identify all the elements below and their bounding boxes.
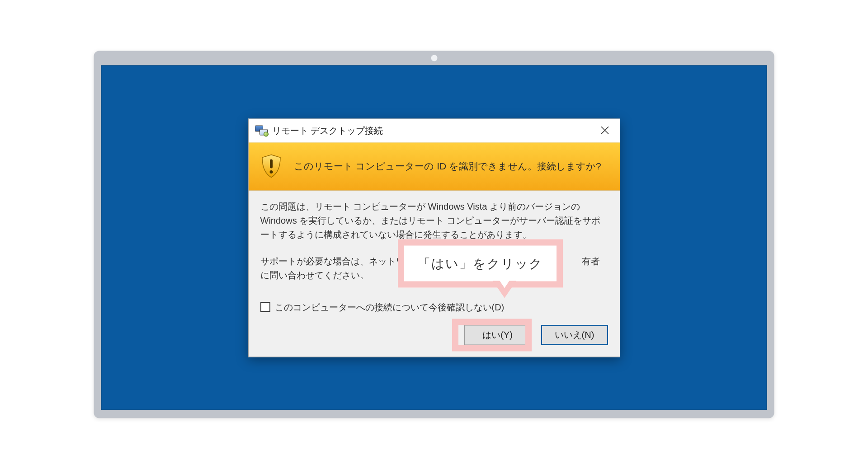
svg-point-3 [269,170,273,174]
warning-banner: このリモート コンピューターの ID を識別できません。接続しますか? [249,142,620,190]
no-button[interactable]: いいえ(N) [541,325,608,345]
body-paragraph-2: サポートが必要な場合は、ネットワー XXXXXXXXXXXXXXXXXXXXXX… [260,254,608,282]
remote-desktop-background: リモート デスクトップ接続 [101,66,767,410]
yes-button-label: はい(Y) [482,329,513,341]
body-paragraph-1: この問題は、リモート コンピューターが Windows Vista より前のバー… [260,199,608,241]
no-button-label: いいえ(N) [555,329,594,341]
close-icon [601,127,609,135]
rdp-identity-warning-dialog: リモート デスクトップ接続 [248,118,620,357]
close-button[interactable] [592,119,618,142]
dialog-button-row: はい(Y) いいえ(N) [249,325,620,356]
browser-titlebar [94,51,774,66]
dialog-title: リモート デスクトップ接続 [272,124,592,136]
warning-heading: このリモート コンピューターの ID を識別できません。接続しますか? [294,160,601,173]
body-paragraph-2-pre: サポートが必要な場合は、ネットワー [260,256,414,266]
dialog-titlebar[interactable]: リモート デスクトップ接続 [249,119,620,142]
checkbox-label: このコンピューターへの接続について今後確認しない(D) [275,301,505,313]
checkbox-icon[interactable] [260,302,270,312]
browser-frame: リモート デスクトップ接続 [94,51,774,418]
dont-ask-again-checkbox-row[interactable]: このコンピューターへの接続について今後確認しない(D) [249,298,620,325]
yes-button[interactable]: はい(Y) [464,325,531,345]
camera-dot-icon [431,55,437,61]
warning-shield-icon [260,154,282,178]
remote-desktop-icon [255,126,268,136]
svg-rect-2 [270,159,273,169]
dialog-body: この問題は、リモート コンピューターが Windows Vista より前のバー… [249,190,620,298]
